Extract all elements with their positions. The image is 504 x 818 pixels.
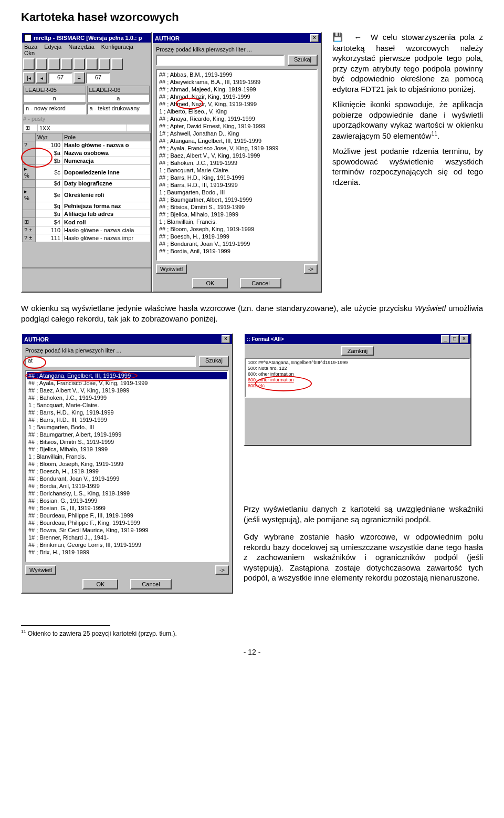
nav-go[interactable]: =: [74, 72, 85, 84]
search-input[interactable]: at: [25, 356, 196, 367]
list-item[interactable]: ## ; Baez, Albert V., V, King, 1919-1999: [27, 387, 227, 394]
display-button[interactable]: Wyświetl: [25, 565, 56, 575]
list-item[interactable]: ## ; Baumgartner, Albert, 1919-1999: [158, 196, 316, 203]
list-item[interactable]: ## ; Borichansky, L.S., King, 1919-1999: [27, 490, 227, 497]
list-item[interactable]: 1# ; Ashwell, Jonathan D., King: [158, 130, 316, 137]
list-item[interactable]: 1 ; Alberto, Eliseo., V, King: [158, 108, 316, 115]
close-button[interactable]: Zamknij: [341, 346, 374, 356]
field-grid: Wyr Pole ?100Hasło główne - nazwa o $aNa…: [22, 133, 151, 242]
author-list[interactable]: ## ; Abbas, B.M., 1919-1999## ; Abeywick…: [156, 69, 318, 261]
tb-btn[interactable]: [86, 58, 98, 70]
list-item[interactable]: ## ; Barrs, H.D., III, 1919-1999: [158, 181, 316, 189]
list-item: 100: ##^aAtangana, Engelbert^bIII^d1919-…: [247, 360, 468, 366]
list-item[interactable]: ## ; Bitsios, Dimitri S., 1919-1999: [27, 438, 227, 446]
nav-prev[interactable]: ◂: [36, 72, 47, 84]
list-item[interactable]: ## ; Bordia, Anil, 1919-1999: [27, 482, 227, 490]
isismarc-title: mrcltp - ISISMARC [Wersja pełna 1.0.: p: [22, 33, 151, 43]
format-window: :: Format <All> _ □ × Zamknij 100: ##^aA…: [244, 333, 471, 446]
list-item[interactable]: ## ; Bahoken, J.C., 1919-1999: [158, 159, 316, 167]
list-item[interactable]: ## ; Ahmed, Nazir, V, King, 1919-1999: [158, 100, 316, 108]
next-arrow[interactable]: ->: [304, 264, 318, 274]
list-item[interactable]: ## ; Ayala, Francisco Jose, V, King, 191…: [27, 379, 227, 387]
list-item[interactable]: ## ; Boesch, H., 1919-1999: [27, 468, 227, 475]
list-item[interactable]: ## ; Bloom, Joseph, King, 1919-1999: [158, 225, 316, 233]
list-item[interactable]: ## ; Barrs, H.D., King, 1919-1999: [27, 409, 227, 416]
nav-first[interactable]: |◂: [23, 72, 35, 84]
mfn-field[interactable]: 67: [48, 73, 72, 84]
cancel-button[interactable]: Cancel: [130, 579, 171, 589]
list-item[interactable]: 1 ; Baumgarten, Bodo., III: [158, 189, 316, 196]
list-item[interactable]: ## ; Bourdeau, Philippe F., III, 1919-19…: [27, 512, 227, 519]
list-item[interactable]: ## ; Abeywickrama, B.A., III, 1919-1999: [158, 78, 316, 86]
list-item[interactable]: ## ; Bourdeau, Philippe F., King, 1919-1…: [27, 519, 227, 526]
list-item[interactable]: ## ; Bordia, Anil, 1919-1999: [158, 247, 316, 255]
tag-block: ⊞1XX: [23, 124, 150, 132]
list-item[interactable]: ## ; Baumgartner, Albert, 1919-1999: [27, 431, 227, 438]
list-item[interactable]: 1 ; Blanvillain, Francis.: [158, 218, 316, 225]
col2-para: Przy wyświetlaniu danych z kartoteki są …: [244, 504, 483, 524]
list-item[interactable]: 1 ; Baumgarten, Bodo., III: [27, 423, 227, 431]
tb-btn[interactable]: [99, 58, 110, 70]
search-button[interactable]: Szukaj: [288, 55, 318, 66]
list-item[interactable]: ## ; Brinkman, George Lorris, III, 1919-…: [27, 541, 227, 548]
list-item[interactable]: 1 ; Blanvillain, Francis.: [27, 453, 227, 460]
list-item[interactable]: ## ; Ahmad, Nazir, King, 1919-1999: [158, 93, 316, 100]
list-item[interactable]: ## ; Baez, Albert V., V, King, 1919-1999: [158, 152, 316, 159]
close-icon[interactable]: ×: [460, 335, 468, 343]
close-icon[interactable]: ×: [310, 34, 319, 42]
list-item[interactable]: ## ; Apter, David Ernest, King, 1919-199…: [158, 122, 316, 130]
side-para: Możliwe jest podanie rdzenia terminu, by…: [332, 146, 483, 187]
max-icon[interactable]: □: [450, 335, 459, 343]
list-item[interactable]: ## ; Abbas, B.M., 1919-1999: [158, 71, 316, 78]
list-item[interactable]: ## ; Bjelica, Mihalo, 1919-1999: [158, 211, 316, 218]
list-item[interactable]: 1 ; Bancquart, Marie-Claire.: [27, 401, 227, 409]
next-arrow[interactable]: ->: [215, 565, 229, 575]
list-item[interactable]: ## ; Atangana, Engelbert, III, 1919-1999: [158, 137, 316, 144]
list-item[interactable]: ## ; Bjelica, Mihalo, 1919-1999: [27, 446, 227, 453]
arrow-left-icon: ←: [354, 33, 362, 42]
footnote: 11 Okienko to zawiera 25 pozycji kartote…: [21, 629, 483, 637]
tb-btn[interactable]: [48, 58, 60, 70]
leader06-label: LEADER-06: [87, 86, 150, 94]
list-item[interactable]: ## ; Bondurant, Joan V., 1919-1999: [27, 475, 227, 482]
menu-bar[interactable]: Baza Edycja Narzędzia Konfiguracja Okn: [22, 43, 151, 57]
search-input[interactable]: [156, 55, 285, 66]
list-item[interactable]: ## ; Bosian, G., III, 1919-1999: [27, 504, 227, 512]
list-item[interactable]: ## ; Bosian, G., 1919-1999: [27, 497, 227, 504]
list-item[interactable]: ## ; Barrs, H.D., III, 1919-1999: [27, 416, 227, 423]
combo-record-status[interactable]: n - nowy rekord: [23, 103, 86, 115]
close-icon[interactable]: ×: [222, 335, 230, 343]
list-item[interactable]: ## ; Brix, H., 1919-1999: [27, 548, 227, 556]
display-button[interactable]: Wyświetl: [156, 264, 187, 274]
list-item[interactable]: ## ; Bitsios, Dimitri S., 1919-1999: [158, 203, 316, 211]
ok-button[interactable]: OK: [82, 579, 118, 589]
tb-btn[interactable]: [111, 58, 123, 70]
ok-button[interactable]: OK: [192, 278, 228, 288]
list-item[interactable]: 1 ; Bancquart, Marie-Claire.: [158, 167, 316, 174]
list-item[interactable]: ## ; Bloom, Joseph, King, 1919-1999: [27, 460, 227, 468]
leader05-label: LEADER-05: [23, 86, 86, 94]
tb-btn[interactable]: [74, 58, 85, 70]
footnote-rule: [21, 625, 110, 627]
list-item[interactable]: ## ; Anaya, Ricardo, King, 1919-1999: [158, 115, 316, 122]
tb-btn[interactable]: [36, 58, 47, 70]
list-item[interactable]: 1# ; Brenner, Richard J.,, 1941-: [27, 534, 227, 541]
combo-record-type[interactable]: a - tekst drukowany: [87, 103, 150, 115]
search-button[interactable]: Szukaj: [199, 356, 229, 367]
leader05-val: n: [23, 94, 86, 102]
min-icon[interactable]: _: [441, 335, 449, 343]
list-item[interactable]: ## ; Barrs, H.D., King, 1919-1999: [158, 174, 316, 181]
format-list[interactable]: 100: ##^aAtangana, Engelbert^bIII^d1919-…: [245, 358, 470, 398]
list-item[interactable]: ## ; Bondurant, Joan V., 1919-1999: [158, 240, 316, 247]
tb-btn[interactable]: [23, 58, 35, 70]
list-item[interactable]: ## ; Ayala, Francisco Jose, V, King, 191…: [158, 144, 316, 152]
list-item[interactable]: ## ; Ahmad, Majeed, King, 1919-1999: [158, 86, 316, 93]
cancel-button[interactable]: Cancel: [240, 278, 281, 288]
list-item[interactable]: ## ; Atangana, Engelbert, III, 1919-1999: [27, 372, 227, 379]
tb-btn[interactable]: [61, 58, 72, 70]
list-item[interactable]: ## ; Boesch, H., 1919-1999: [158, 233, 316, 240]
author-list[interactable]: ## ; Atangana, Engelbert, III, 1919-1999…: [25, 370, 229, 562]
list-item[interactable]: ## ; Bowra, Sir Cecil Maurice, King, 191…: [27, 526, 227, 534]
empty-label: # - pusty: [22, 115, 151, 123]
list-item[interactable]: ## ; Bahoken, J.C., 1919-1999: [27, 394, 227, 401]
